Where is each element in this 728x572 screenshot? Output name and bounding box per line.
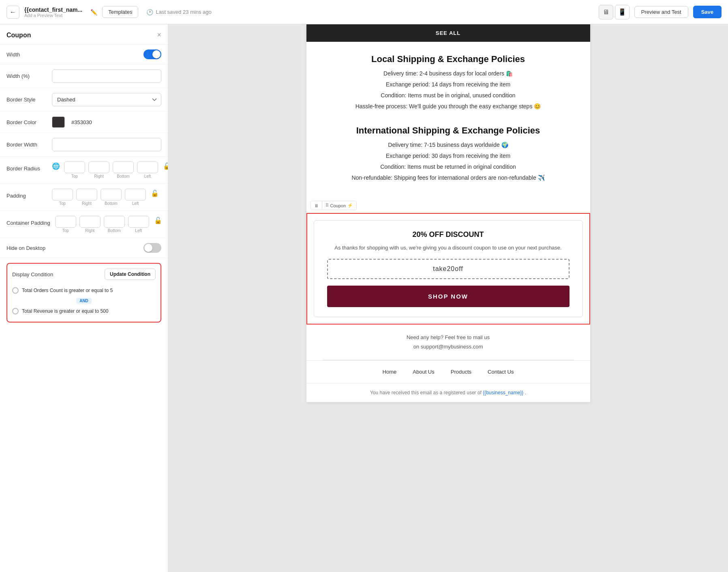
container-padding-bottom-input[interactable]: 8 [104,216,125,228]
container-padding-top-input[interactable]: 40 [55,216,76,228]
width-percent-row: Width (%) 100 [0,65,168,88]
edit-icon[interactable]: ✏️ [90,9,97,15]
help-text-1: Need any help? Feel free to mail us [315,333,582,342]
border-radius-label: Border Radius [6,166,47,172]
padding-right-input[interactable]: 40 [76,189,97,200]
settings-panel: Coupon × Width Width (%) 100 Border Styl… [0,24,168,572]
border-radius-right-item: 8 Right [88,161,109,178]
condition-and-separator: AND [12,298,156,304]
border-radius-right-input[interactable]: 8 [88,161,109,173]
pause-icon: ⏸ [314,203,319,208]
width-toggle[interactable] [143,49,161,59]
container-padding-inputs: 40 Top 16 Right 8 Bottom 16 Left 🔓 [55,216,162,233]
padding-lock-icon[interactable]: 🔓 [151,189,159,197]
panel-header: Coupon × [0,24,168,45]
container-padding-bottom-label: Bottom [108,228,121,233]
footer-nav: Home About Us Products Contact Us [306,360,590,383]
clock-icon: 🕐 [146,9,153,15]
saved-indicator: 🕐 Last saved 23 mins ago [146,9,211,15]
see-all-button[interactable]: SEE ALL [306,24,590,42]
hide-desktop-toggle[interactable] [143,243,161,253]
container-padding-bottom-item: 8 Bottom [104,216,125,233]
hide-desktop-toggle-container [52,243,161,253]
local-item-1: Delivery time: 2-4 business days for loc… [323,69,574,78]
border-style-select[interactable]: None Solid Dashed Dotted [52,93,161,106]
condition-radio-2[interactable] [12,308,19,314]
border-color-swatch[interactable] [52,116,65,128]
width-percent-input[interactable]: 100 [52,69,161,83]
border-radius-right-label: Right [94,174,103,178]
border-style-row: Border Style None Solid Dashed Dotted [0,88,168,112]
local-item-3: Condition: Items must be in original, un… [323,91,574,100]
border-width-content: 2 [52,138,161,151]
footer-contact-link[interactable]: Contact Us [488,369,514,375]
container-padding-right-item: 16 Right [79,216,101,233]
help-section: Need any help? Feel free to mail us on s… [306,325,590,360]
saved-text: Last saved 23 mins ago [156,9,211,15]
coupon-toolbar: ⏸ ⠿ Coupon ⚡ [310,201,357,210]
padding-left-label: Left [132,201,139,206]
padding-bottom-input[interactable]: 8 [101,189,122,200]
border-width-label: Border Width [6,142,47,148]
hide-desktop-row: Hide on Desktop [0,238,168,258]
container-padding-top-item: 40 Top [55,216,76,233]
panel-title: Coupon [6,32,31,39]
container-padding-row: Container Padding 40 Top 16 Right 8 Bott… [0,211,168,238]
help-text-2: on support@mybusiness.com [315,342,582,351]
coupon-toolbar-label: ⠿ Coupon ⚡ [322,201,357,210]
padding-left-input[interactable]: 16 [125,189,146,200]
container-padding-left-input[interactable]: 16 [128,216,149,228]
footer-about-link[interactable]: About Us [413,369,434,375]
condition-radio-1[interactable] [12,287,19,294]
local-shipping-title: Local Shipping & Exchange Policies [323,54,574,65]
padding-top-label: Top [59,201,66,206]
border-radius-row: Border Radius 🌐 8 Top 8 Right 8 Bottom [0,157,168,184]
desktop-view-button[interactable]: 🖥 [599,5,613,19]
business-name-merge-tag: {{business_name}} [483,390,523,396]
international-item-2: Exchange period: 30 days from receiving … [323,152,574,160]
preview-test-button[interactable]: Preview and Test [634,6,688,18]
footer-products-link[interactable]: Products [451,369,471,375]
drag-icon: ⠿ [325,203,329,208]
templates-button[interactable]: Templates [102,6,138,18]
container-padding-right-input[interactable]: 16 [79,216,101,228]
international-shipping-title: International Shipping & Exchange Polici… [323,125,574,136]
toggle-knob [152,50,161,58]
padding-top-input[interactable]: 8 [52,189,73,200]
email-preview-panel: SEE ALL Local Shipping & Exchange Polici… [168,24,728,572]
footer-home-link[interactable]: Home [383,369,397,375]
container-padding-lock-icon[interactable]: 🔓 [154,217,162,224]
border-radius-top-input[interactable]: 8 [64,161,85,173]
coupon-pause-button[interactable]: ⏸ [311,202,322,210]
mobile-view-button[interactable]: 📱 [615,5,630,19]
border-color-hex: #353030 [71,119,92,125]
condition-item-1: Total Orders Count is greater or equal t… [12,285,156,296]
border-radius-bottom-input[interactable]: 8 [113,161,134,173]
panel-close-button[interactable]: × [157,31,161,39]
border-width-input[interactable]: 2 [52,138,161,151]
border-style-label: Border Style [6,97,47,103]
footer-note-text: You have received this email as a regist… [370,390,483,396]
international-item-1: Delivery time: 7-15 business days worldw… [323,141,574,149]
coupon-shop-button[interactable]: SHOP NOW [327,286,570,307]
coupon-block[interactable]: ⏸ ⠿ Coupon ⚡ 20% OFF DISCOUNT As thanks … [306,213,590,325]
border-radius-left-input[interactable]: 8 [137,161,158,173]
border-style-content: None Solid Dashed Dotted [52,93,161,106]
padding-right-item: 40 Right [76,189,97,206]
coupon-code: take20off [327,259,570,279]
border-radius-top-item: 8 Top [64,161,85,178]
border-radius-left-item: 8 Left [137,161,158,178]
globe-icon: 🌐 [52,162,60,170]
save-button[interactable]: Save [693,6,722,18]
international-item-4: Non-refundable: Shipping fees for intern… [323,174,574,182]
width-toggle-container [52,49,161,59]
padding-bottom-item: 8 Bottom [101,189,122,206]
display-condition-title: Display Condition [12,271,53,277]
update-condition-button[interactable]: Update Condition [105,269,156,280]
padding-left-item: 16 Left [125,189,146,206]
container-padding-left-label: Left [135,228,142,233]
border-color-label: Border Color [6,119,47,125]
back-button[interactable]: ← [6,6,19,19]
width-row: Width [0,45,168,65]
border-radius-lock-icon[interactable]: 🔓 [163,162,168,170]
